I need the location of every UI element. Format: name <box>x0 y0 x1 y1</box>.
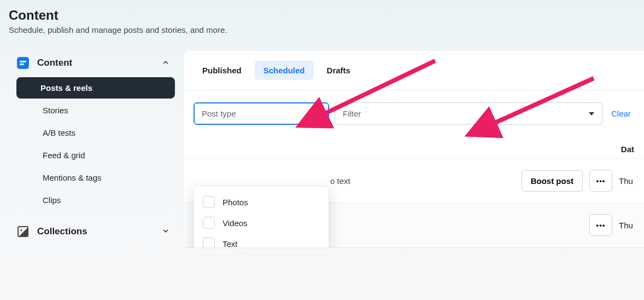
sidebar-item-stories[interactable]: Stories <box>11 100 175 121</box>
menu-item-label: Text <box>223 239 238 248</box>
sidebar-section-label: Content <box>37 57 154 68</box>
tab-scheduled[interactable]: Scheduled <box>255 61 314 80</box>
main-panel: Published Scheduled Drafts Post type Fil… <box>184 51 644 247</box>
more-button[interactable]: ••• <box>589 214 612 236</box>
menu-item-label: Videos <box>223 218 248 228</box>
checkbox[interactable] <box>203 238 215 247</box>
boost-post-button[interactable]: Boost post <box>522 170 583 192</box>
sidebar-item-clips[interactable]: Clips <box>11 189 175 211</box>
row-preview-text: o text <box>194 176 515 186</box>
filter-dropdown[interactable]: Filter <box>335 102 602 125</box>
chevron-up-icon <box>162 59 169 68</box>
content-icon <box>16 56 30 70</box>
tab-published[interactable]: Published <box>194 61 250 80</box>
sidebar-section-label: Collections <box>37 226 154 237</box>
menu-item-text[interactable]: Text <box>194 233 329 247</box>
sidebar-item-posts-reels[interactable]: Posts & reels <box>16 77 175 99</box>
checkbox[interactable] <box>203 217 215 229</box>
sidebar-item-mentions-tags[interactable]: Mentions & tags <box>11 167 175 188</box>
post-type-label: Post type <box>202 109 236 118</box>
caret-down-icon <box>315 112 321 116</box>
filter-label: Filter <box>343 109 361 118</box>
menu-item-photos[interactable]: Photos <box>194 192 329 212</box>
checkbox[interactable] <box>203 196 215 208</box>
clear-button[interactable]: Clear <box>608 109 631 118</box>
row-date: Thu <box>619 221 634 230</box>
more-button[interactable]: ••• <box>589 170 612 192</box>
caret-down-icon <box>589 112 594 116</box>
menu-item-label: Photos <box>223 198 248 207</box>
tab-drafts[interactable]: Drafts <box>318 61 359 80</box>
sidebar-section-collections[interactable]: Collections <box>9 220 177 244</box>
chevron-down-icon <box>162 227 169 236</box>
menu-item-videos[interactable]: Videos <box>194 212 329 233</box>
tabs: Published Scheduled Drafts <box>184 55 644 90</box>
page-subtitle: Schedule, publish and manage posts and s… <box>9 25 635 34</box>
post-type-menu: Photos Videos Text Links Live Reels <box>194 186 329 247</box>
column-header-date: Dat <box>621 145 634 154</box>
page-title: Content <box>9 8 635 23</box>
sidebar: Content Posts & reels Stories A/B tests … <box>9 51 184 247</box>
sidebar-section-content[interactable]: Content <box>9 51 177 75</box>
collections-icon <box>16 225 30 238</box>
row-date: Thu <box>619 176 634 186</box>
sidebar-item-feed-grid[interactable]: Feed & grid <box>11 145 175 166</box>
post-type-dropdown[interactable]: Post type <box>194 102 329 125</box>
sidebar-item-ab-tests[interactable]: A/B tests <box>11 122 175 143</box>
